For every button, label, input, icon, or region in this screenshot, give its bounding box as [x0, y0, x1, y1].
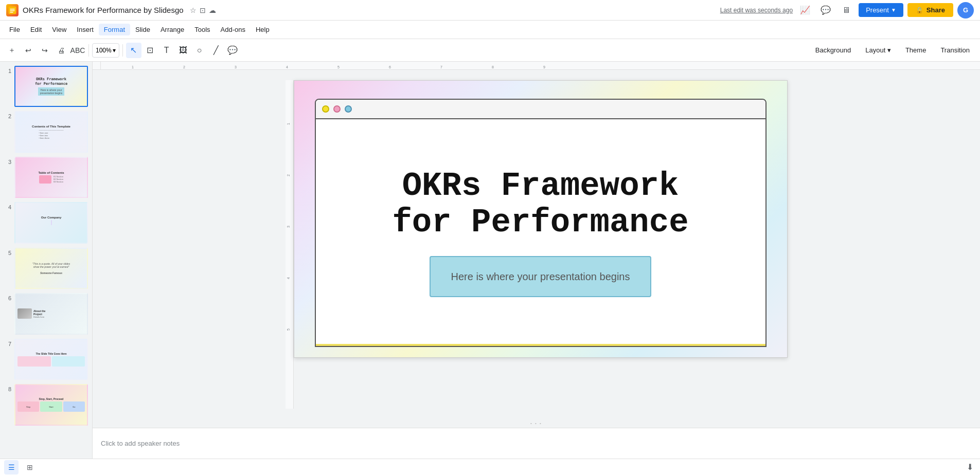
svg-text:2: 2 [287, 174, 290, 176]
slide-thumbnail-7[interactable]: The Slide Title Goes Here [14, 339, 88, 380]
slide-thumbnail-3[interactable]: Table of Contents 01 Section 02 Section … [14, 157, 88, 198]
menu-arrange[interactable]: Arrange [155, 24, 189, 35]
lock-icon: 🔒 [916, 7, 923, 14]
share-button[interactable]: 🔒 Share [907, 3, 953, 17]
undo-button[interactable]: ↩ [21, 43, 36, 58]
app-icon [6, 4, 19, 16]
user-avatar: G [957, 2, 974, 19]
sep-1 [88, 44, 89, 57]
shapes-tool[interactable]: ○ [192, 43, 207, 58]
notes-drag-handle[interactable]: • • • [93, 419, 980, 428]
last-edit-text[interactable]: Last edit was seconds ago [720, 7, 793, 14]
browser-dot-yellow [322, 105, 329, 113]
theme-button[interactable]: Theme [899, 44, 932, 56]
slide-item-3[interactable]: 3 Table of Contents 01 Section 02 Sectio… [4, 157, 88, 198]
title-icons: ☆ ⊡ ☁ [190, 6, 216, 14]
thumb-content-8: Stop, Start, Proceed Stop Start Go [15, 385, 87, 424]
menu-slide[interactable]: Slide [130, 24, 155, 35]
slide-item-2[interactable]: 2 Contents of This Template ────────────… [4, 111, 88, 152]
notes-area[interactable]: Click to add speaker notes [93, 428, 980, 459]
comment-tool[interactable]: 💬 [225, 43, 240, 58]
print-button[interactable]: 🖨 [54, 43, 69, 58]
canvas-area: 12 34 56 78 9 1 2 3 4 [93, 62, 980, 459]
svg-text:3: 3 [235, 65, 237, 69]
svg-text:3: 3 [287, 226, 290, 228]
svg-text:4: 4 [287, 277, 290, 279]
toolbar: ＋ ↩ ↪ 🖨 ABC 100% ▾ ↖ ⊡ T 🖼 ○ ╱ 💬 Backgro… [0, 39, 980, 62]
cloud-icon[interactable]: ☁ [209, 6, 216, 14]
slide-canvas[interactable]: OKRs Framework for Performance Here is w… [294, 80, 788, 358]
slide-thumbnail-2[interactable]: Contents of This Template ──────────────… [14, 111, 88, 152]
bottom-bar: ☰ ⊞ ⬇ [0, 459, 980, 475]
menu-file[interactable]: File [4, 24, 25, 35]
menu-view[interactable]: View [47, 24, 72, 35]
layout-button[interactable]: Layout ▾ [859, 44, 897, 56]
text-tool[interactable]: T [159, 43, 174, 58]
svg-text:5: 5 [337, 65, 340, 69]
canvas-inner[interactable]: 1 2 3 4 5 [93, 70, 980, 419]
thumb-content-1: OKRs Frameworkfor Performance Here is wh… [15, 67, 87, 106]
menu-insert[interactable]: Insert [72, 24, 99, 35]
slide-thumbnail-5[interactable]: "This is a quote. All of your slidesshow… [14, 248, 88, 289]
horizontal-ruler: 12 34 56 78 9 [101, 62, 980, 70]
menu-edit[interactable]: Edit [25, 24, 47, 35]
thumb-content-6: About theProject Details here [15, 294, 87, 333]
transition-button[interactable]: Transition [934, 44, 976, 56]
slide-thumbnail-6[interactable]: About theProject Details here [14, 293, 88, 334]
slide-item-6[interactable]: 6 About theProject Details here [4, 293, 88, 334]
slide-item-5[interactable]: 5 "This is a quote. All of your slidessh… [4, 248, 88, 289]
present-button[interactable]: Present ▼ [859, 3, 903, 17]
comment-icon[interactable]: 💬 [817, 2, 834, 19]
svg-rect-2 [10, 10, 15, 11]
menu-help[interactable]: Help [251, 24, 275, 35]
subtitle-box[interactable]: Here is where your presentation begins [430, 256, 652, 297]
redo-button[interactable]: ↪ [37, 43, 52, 58]
slide-thumbnail-1[interactable]: OKRs Frameworkfor Performance Here is wh… [14, 66, 88, 107]
present-chevron: ▼ [891, 7, 896, 13]
svg-text:1: 1 [287, 123, 290, 125]
slide-item-7[interactable]: 7 The Slide Title Goes Here [4, 339, 88, 380]
menu-format[interactable]: Format [99, 24, 130, 35]
shape-select-tool[interactable]: ⊡ [142, 43, 158, 58]
notes-placeholder[interactable]: Click to add speaker notes [101, 440, 180, 447]
svg-text:4: 4 [286, 65, 288, 69]
scroll-to-bottom[interactable]: ⬇ [964, 461, 976, 473]
browser-dot-blue [345, 105, 352, 113]
thumb-content-4: Our Company [15, 203, 87, 242]
slide-item-8[interactable]: 8 Stop, Start, Proceed Stop Start Go [4, 384, 88, 425]
thumb-content-7: The Slide Title Goes Here [15, 340, 87, 379]
thumb-content-2: Contents of This Template ──────────────… [15, 112, 87, 151]
slide-title[interactable]: OKRs Framework for Performance [392, 168, 688, 241]
svg-text:9: 9 [543, 65, 545, 69]
slide-item-1[interactable]: 1 OKRs Frameworkfor Performance Here is … [4, 66, 88, 107]
grid-view-button[interactable]: ⊞ [23, 460, 37, 474]
browser-body: OKRs Framework for Performance Here is w… [316, 119, 765, 346]
zoom-chevron: ▾ [113, 47, 116, 54]
svg-rect-1 [10, 9, 15, 10]
select-tool[interactable]: ↖ [126, 43, 141, 58]
top-bar-right: Last edit was seconds ago 📈 💬 🖥 Present … [720, 2, 974, 19]
slide-num-4: 4 [4, 202, 11, 210]
folder-icon[interactable]: ⊡ [200, 6, 206, 14]
slide-num-7: 7 [4, 339, 11, 347]
line-tool[interactable]: ╱ [208, 43, 224, 58]
menu-tools[interactable]: Tools [189, 24, 215, 35]
slide-item-4[interactable]: 4 Our Company [4, 202, 88, 243]
slide-thumbnail-8[interactable]: Stop, Start, Proceed Stop Start Go [14, 384, 88, 425]
list-view-button[interactable]: ☰ [4, 460, 19, 474]
background-button[interactable]: Background [809, 44, 857, 56]
zoom-select[interactable]: 100% ▾ [92, 43, 119, 58]
menu-addons[interactable]: Add-ons [216, 24, 251, 35]
view-controls: ☰ ⊞ [4, 460, 37, 474]
slide-num-6: 6 [4, 293, 11, 301]
subtitle-text: Here is where your presentation begins [451, 271, 630, 282]
add-button[interactable]: ＋ [4, 43, 20, 58]
image-tool[interactable]: 🖼 [175, 43, 191, 58]
present-slide-icon[interactable]: 🖥 [838, 2, 854, 19]
spelling-button[interactable]: ABC [70, 43, 85, 58]
star-icon[interactable]: ☆ [190, 6, 197, 14]
svg-text:7: 7 [440, 65, 442, 69]
slide-num-1: 1 [4, 66, 11, 74]
chart-icon[interactable]: 📈 [797, 2, 813, 19]
slide-thumbnail-4[interactable]: Our Company [14, 202, 88, 243]
